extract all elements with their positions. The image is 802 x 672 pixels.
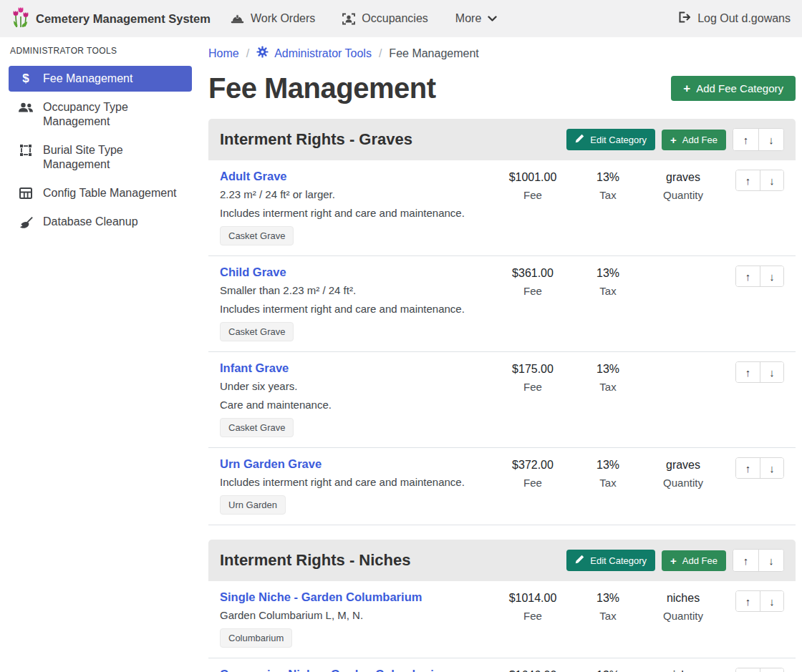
tax-column: 13% Tax [572, 361, 644, 393]
fee-amount-label: Fee [493, 381, 572, 393]
fee-row: Child Grave Smaller than 2.23 m² / 24 ft… [208, 256, 796, 352]
add-fee-button[interactable]: + Add Fee [662, 130, 726, 150]
fee-description: Under six years. [220, 380, 493, 392]
fee-type-badge: Casket Grave [220, 226, 294, 245]
move-fee-up-button[interactable]: ↑ [736, 668, 760, 672]
sidebar-item-occupancy-type-management[interactable]: Occupancy Type Management [9, 94, 192, 135]
move-fee-down-button[interactable]: ↓ [760, 458, 783, 478]
app-brand[interactable]: Cemetery Management System [11, 6, 211, 31]
quantity-column: niches Quantity [644, 590, 723, 622]
logout-label: Log Out d.gowans [697, 12, 791, 25]
quantity-column: graves Quantity [644, 170, 723, 201]
fee-amount-column: $175.00 Fee [493, 361, 572, 393]
sidebar-item-label: Occupancy Type Management [43, 100, 183, 129]
quantity-value: niches [644, 669, 723, 672]
logout-icon [678, 11, 691, 26]
move-fee-down-button[interactable]: ↓ [760, 668, 783, 672]
nav-more[interactable]: More [455, 12, 497, 25]
fee-amount: $1001.00 [493, 171, 572, 184]
sidebar-item-fee-management[interactable]: $ Fee Management [9, 66, 192, 92]
sidebar-item-label: Fee Management [43, 72, 132, 86]
edit-category-label: Edit Category [590, 555, 647, 566]
fee-name-link[interactable]: Child Grave [220, 266, 286, 279]
nav-item-label: Occupancies [362, 12, 428, 25]
tax-value: 13% [572, 459, 644, 472]
quantity-value: niches [644, 592, 723, 605]
fee-category-header: Interment Rights - Graves Edit Category … [208, 119, 796, 160]
app-title: Cemetery Management System [36, 12, 211, 26]
tax-label: Tax [572, 610, 644, 622]
fee-name-link[interactable]: Companion Niche - Garden Columbarium [220, 668, 452, 672]
sidebar-item-burial-site-type-management[interactable]: Burial Site Type Management [9, 137, 192, 177]
sidebar-item-database-cleanup[interactable]: Database Cleanup [9, 209, 192, 235]
move-fee-up-button[interactable]: ↑ [736, 362, 760, 382]
move-fee-down-button[interactable]: ↓ [760, 362, 783, 382]
add-fee-category-button[interactable]: + Add Fee Category [671, 76, 796, 101]
fee-amount: $361.00 [493, 267, 572, 280]
users-icon [17, 100, 34, 115]
fee-name-link[interactable]: Single Niche - Garden Columbarium [220, 590, 422, 604]
sidebar-item-label: Database Cleanup [43, 215, 138, 229]
move-fee-up-button[interactable]: ↑ [736, 266, 760, 286]
logout-button[interactable]: Log Out d.gowans [678, 11, 791, 26]
move-category-down-button[interactable]: ↓ [758, 550, 783, 571]
nav-item-label: Work Orders [251, 12, 315, 25]
edit-category-button[interactable]: Edit Category [566, 129, 655, 150]
quantity-label: Quantity [644, 477, 723, 489]
tulip-logo-icon [11, 6, 30, 31]
move-fee-up-button[interactable]: ↑ [736, 591, 760, 611]
fee-category-list: Interment Rights - Graves Edit Category … [208, 119, 796, 672]
dollar-icon: $ [17, 72, 34, 86]
breadcrumb-current: Fee Management [389, 47, 478, 60]
fee-amount-label: Fee [493, 610, 572, 622]
fee-amount-column: $1014.00 Fee [493, 590, 572, 622]
nav-work-orders[interactable]: Work Orders [231, 12, 315, 25]
quantity-label: Quantity [644, 189, 723, 201]
gear-icon [256, 46, 269, 61]
move-category-up-button[interactable]: ↑ [733, 550, 758, 571]
fee-type-badge: Columbarium [220, 628, 292, 648]
breadcrumb-home-link[interactable]: Home [208, 47, 239, 60]
breadcrumb-admin-tools-link[interactable]: Administrator Tools [256, 46, 372, 61]
pencil-icon [575, 134, 584, 145]
fee-name-link[interactable]: Infant Grave [220, 361, 289, 375]
fee-amount: $1646.00 [493, 669, 572, 672]
nav-occupancies[interactable]: Occupancies [342, 12, 428, 25]
fee-amount: $1014.00 [493, 592, 572, 605]
fee-reorder-buttons: ↑ ↓ [735, 170, 784, 191]
add-fee-button[interactable]: + Add Fee [662, 550, 726, 571]
move-fee-up-button[interactable]: ↑ [736, 458, 760, 478]
fee-name-link[interactable]: Adult Grave [220, 170, 287, 183]
move-fee-down-button[interactable]: ↓ [760, 170, 783, 190]
fee-description: Care and maintenance. [220, 399, 493, 411]
fee-description: Smaller than 2.23 m² / 24 ft². [220, 284, 493, 296]
sidebar-item-config-table-management[interactable]: Config Table Management [9, 180, 192, 206]
fee-amount: $372.00 [493, 459, 572, 472]
fee-amount-label: Fee [493, 477, 572, 489]
fee-reorder-buttons: ↑ ↓ [735, 266, 784, 287]
fee-name-link[interactable]: Urn Garden Grave [220, 457, 322, 471]
plus-icon: + [670, 555, 677, 566]
move-fee-up-button[interactable]: ↑ [736, 170, 760, 190]
fee-description: 2.23 m² / 24 ft² or larger. [220, 188, 493, 200]
tax-value: 13% [572, 363, 644, 376]
edit-category-button[interactable]: Edit Category [566, 550, 655, 571]
fee-row: Adult Grave 2.23 m² / 24 ft² or larger.I… [208, 160, 796, 256]
move-fee-down-button[interactable]: ↓ [760, 591, 783, 611]
tax-column: 13% Tax [572, 170, 644, 201]
tax-label: Tax [572, 477, 644, 489]
top-navbar: Cemetery Management System Work Orders [0, 0, 802, 37]
main-content: Home / [200, 37, 802, 672]
tax-label: Tax [572, 381, 644, 393]
fee-reorder-buttons: ↑ ↓ [735, 361, 784, 383]
move-category-down-button[interactable]: ↓ [758, 129, 783, 150]
fee-row: Single Niche - Garden Columbarium Garden… [208, 581, 796, 658]
move-fee-down-button[interactable]: ↓ [760, 266, 783, 286]
breadcrumb-separator: / [379, 47, 382, 60]
move-category-up-button[interactable]: ↑ [733, 129, 758, 150]
tax-label: Tax [572, 189, 644, 201]
chevron-down-icon [488, 16, 497, 22]
fee-category-card: Interment Rights - Niches Edit Category … [208, 540, 796, 672]
breadcrumb-admin-tools-label: Administrator Tools [274, 47, 372, 60]
sidebar-item-label: Burial Site Type Management [43, 143, 183, 172]
